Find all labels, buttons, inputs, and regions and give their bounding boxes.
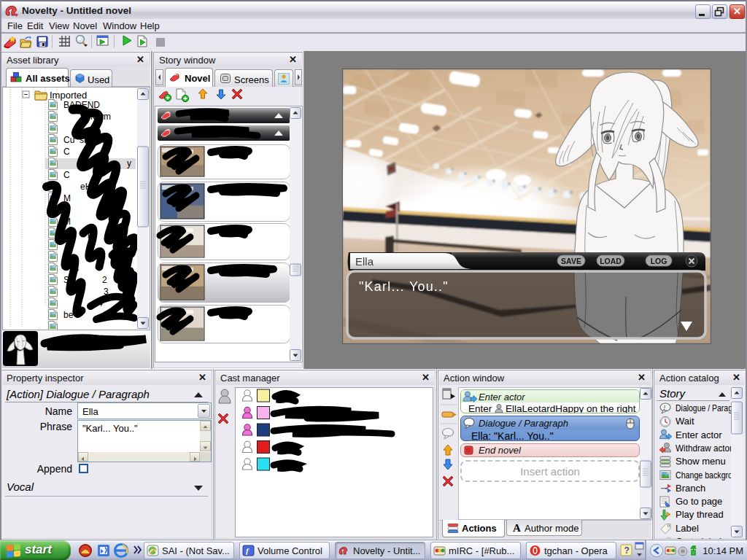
svg-text:LOAD: LOAD (600, 257, 622, 265)
svg-text:SAVE: SAVE (561, 257, 581, 265)
svg-text:Branch: Branch (676, 483, 705, 494)
svg-text:Change backgro: Change backgro (676, 470, 731, 481)
svg-text:Show menu: Show menu (676, 456, 726, 467)
svg-text:"Karl... You..": "Karl... You.." (359, 279, 449, 294)
svg-text:Dialogue / Parag: Dialogue / Parag (676, 402, 731, 413)
svg-text:Withdraw actor: Withdraw actor (676, 443, 731, 454)
svg-text:be: be (63, 310, 74, 320)
svg-text:Wait: Wait (676, 416, 694, 427)
svg-text:Go to label: Go to label (676, 536, 721, 539)
svg-text:C: C (63, 170, 70, 180)
svg-text:Play thread: Play thread (676, 509, 724, 520)
svg-text:Go to page: Go to page (676, 496, 722, 507)
svg-text:y: y (127, 158, 131, 168)
svg-text:?: ? (624, 545, 630, 556)
svg-text:Ella: Ella (355, 255, 374, 268)
svg-text:LOG: LOG (651, 257, 667, 265)
svg-text:Label: Label (676, 523, 699, 534)
svg-text:Enter actor: Enter actor (676, 429, 722, 440)
svg-text:Imported: Imported (50, 90, 87, 101)
svg-text:2: 2 (102, 275, 107, 285)
svg-text:C: C (63, 147, 70, 157)
